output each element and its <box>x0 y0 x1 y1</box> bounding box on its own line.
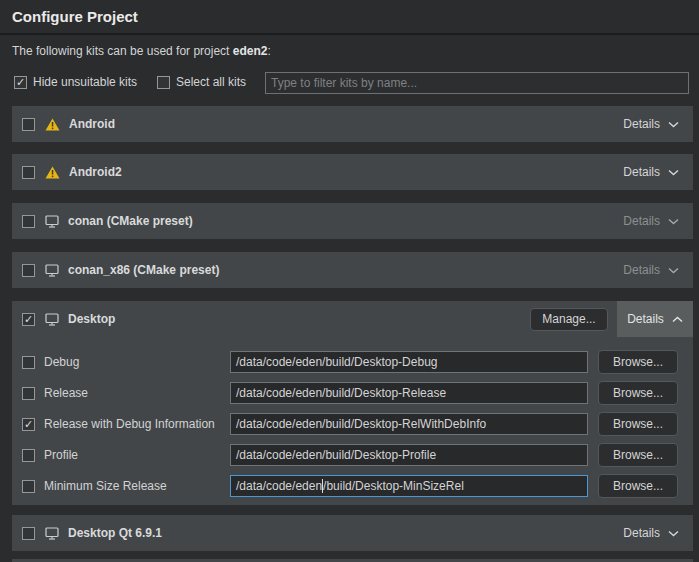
desktop-icon <box>45 264 59 277</box>
details-button[interactable]: Details <box>623 526 679 540</box>
intro-prefix: The following kits can be used for proje… <box>12 44 233 58</box>
chevron-down-icon <box>668 530 679 537</box>
kit-card-desktop: ✓ Desktop Manage... Details ✓ Debug /dat… <box>12 301 693 505</box>
checkbox-icon[interactable]: ✓ <box>157 76 170 89</box>
kit-card-desktop-qt: ✓ Desktop Qt 6.9.1 Details <box>12 515 693 551</box>
hide-unsuitable-kits-checkbox[interactable]: ✓ Hide unsuitable kits <box>14 75 137 89</box>
kit-card-android: ✓ Android Details <box>12 106 693 142</box>
build-config-row-profile: ✓ Profile /data/code/eden/build/Desktop-… <box>22 444 693 466</box>
config-checkbox[interactable]: ✓ <box>22 480 35 493</box>
build-config-list: ✓ Debug /data/code/eden/build/Desktop-De… <box>12 337 693 497</box>
browse-button[interactable]: Browse... <box>598 350 678 374</box>
build-dir-input[interactable]: /data/code/eden/build/Desktop-Debug <box>230 351 588 373</box>
details-label: Details <box>623 117 660 131</box>
desktop-icon <box>45 527 59 540</box>
kit-name: Android <box>69 117 115 131</box>
config-checkbox[interactable]: ✓ <box>22 449 35 462</box>
kit-card-conan: ✓ conan (CMake preset) Details <box>12 203 693 239</box>
select-all-kits-checkbox[interactable]: ✓ Select all kits <box>157 75 246 89</box>
manage-button[interactable]: Manage... <box>530 308 608 331</box>
details-label: Details <box>623 263 660 277</box>
kit-card-android2: ✓ Android2 Details <box>12 154 693 190</box>
select-all-kits-label: Select all kits <box>176 75 246 89</box>
kit-checkbox[interactable]: ✓ <box>22 215 35 228</box>
kit-filter-input[interactable] <box>265 72 689 94</box>
kit-name: conan (CMake preset) <box>68 214 193 228</box>
config-label: Debug <box>44 355 230 369</box>
chevron-down-icon <box>668 121 679 128</box>
desktop-icon <box>45 313 59 326</box>
title-separator <box>0 33 699 35</box>
kit-checkbox[interactable]: ✓ <box>22 264 35 277</box>
page-title: Configure Project <box>12 8 138 25</box>
details-button[interactable]: Details <box>623 165 679 179</box>
intro-suffix: : <box>267 44 270 58</box>
browse-button[interactable]: Browse... <box>598 443 678 467</box>
config-label: Release with Debug Information <box>44 417 230 431</box>
kit-card-conan-x86: ✓ conan_x86 (CMake preset) Details <box>12 252 693 288</box>
warning-icon <box>45 118 60 131</box>
build-dir-input-focused[interactable]: /data/code/eden/build/Desktop-MinSizeRel <box>230 475 588 497</box>
browse-button[interactable]: Browse... <box>598 412 678 436</box>
kit-checkbox[interactable]: ✓ <box>22 313 35 326</box>
details-label: Details <box>623 526 660 540</box>
build-config-row-release: ✓ Release /data/code/eden/build/Desktop-… <box>22 382 693 404</box>
kit-checkbox[interactable]: ✓ <box>22 527 35 540</box>
chevron-up-icon <box>672 316 683 323</box>
kit-name: conan_x86 (CMake preset) <box>68 263 219 277</box>
details-button[interactable]: Details <box>623 263 679 277</box>
chevron-down-icon <box>668 218 679 225</box>
config-checkbox[interactable]: ✓ <box>22 418 35 431</box>
chevron-down-icon <box>668 169 679 176</box>
kit-name: Desktop <box>68 312 115 326</box>
details-button[interactable]: Details <box>617 301 693 337</box>
config-label: Release <box>44 386 230 400</box>
hide-unsuitable-kits-label: Hide unsuitable kits <box>33 75 137 89</box>
project-name: eden2 <box>233 44 268 58</box>
build-config-row-relwithdebinfo: ✓ Release with Debug Information /data/c… <box>22 413 693 435</box>
chevron-down-icon <box>668 267 679 274</box>
config-label: Minimum Size Release <box>44 479 230 493</box>
browse-button[interactable]: Browse... <box>598 474 678 498</box>
config-checkbox[interactable]: ✓ <box>22 356 35 369</box>
build-config-row-minsizerel: ✓ Minimum Size Release /data/code/eden/b… <box>22 475 693 497</box>
details-label: Details <box>623 165 660 179</box>
kit-checkbox[interactable]: ✓ <box>22 118 35 131</box>
warning-icon <box>45 166 60 179</box>
kit-checkbox[interactable]: ✓ <box>22 166 35 179</box>
browse-button[interactable]: Browse... <box>598 381 678 405</box>
details-button[interactable]: Details <box>623 214 679 228</box>
checkbox-icon[interactable]: ✓ <box>14 76 27 89</box>
details-label: Details <box>627 312 664 326</box>
config-checkbox[interactable]: ✓ <box>22 387 35 400</box>
build-dir-input[interactable]: /data/code/eden/build/Desktop-Profile <box>230 444 588 466</box>
kit-name: Android2 <box>69 165 122 179</box>
desktop-icon <box>45 215 59 228</box>
kit-name: Desktop Qt 6.9.1 <box>68 526 162 540</box>
details-label: Details <box>623 214 660 228</box>
build-dir-input[interactable]: /data/code/eden/build/Desktop-RelWithDeb… <box>230 413 588 435</box>
intro-text: The following kits can be used for proje… <box>12 44 271 58</box>
details-button[interactable]: Details <box>623 117 679 131</box>
build-dir-input[interactable]: /data/code/eden/build/Desktop-Release <box>230 382 588 404</box>
config-label: Profile <box>44 448 230 462</box>
build-config-row-debug: ✓ Debug /data/code/eden/build/Desktop-De… <box>22 351 693 373</box>
